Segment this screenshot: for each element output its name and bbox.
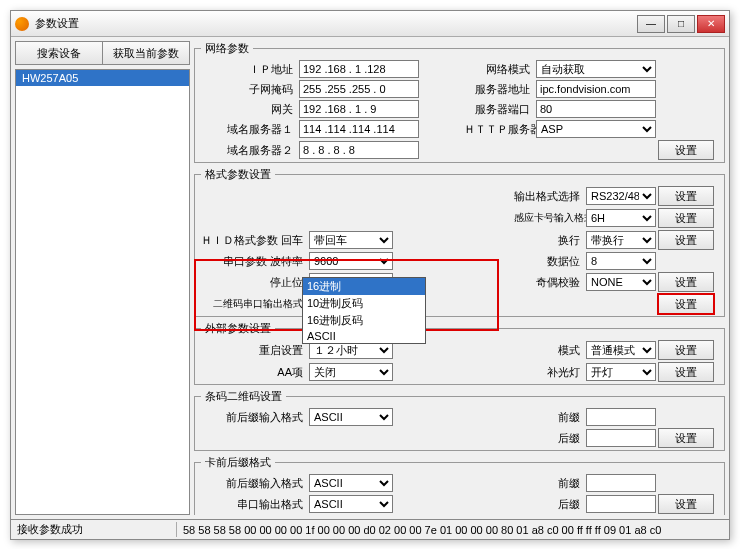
lbl-bc-suffix: 后缀: [514, 431, 584, 446]
select-parity[interactable]: NONE: [586, 273, 656, 291]
input-ip[interactable]: [299, 60, 419, 78]
input-gw[interactable]: [299, 100, 419, 118]
lbl-bc-prefix: 前缀: [514, 410, 584, 425]
minimize-button[interactable]: —: [637, 15, 665, 33]
select-outfmt[interactable]: RS232/485: [586, 187, 656, 205]
input-bc-prefix[interactable]: [586, 408, 656, 426]
btn-set-cardps[interactable]: 设置: [658, 494, 714, 514]
search-device-button[interactable]: 搜索设备: [16, 42, 103, 64]
dropdown-qr-output-open[interactable]: 16进制 10进制反码 16进制反码 ASCII: [302, 277, 426, 344]
legend-ext: 外部参数设置: [201, 321, 275, 336]
group-ext: 外部参数设置 重启设置 １２小时 模式 普通模式 设置 AA项 关闭 补光灯 开…: [194, 321, 725, 385]
lbl-dns1: 域名服务器１: [201, 122, 297, 137]
select-aa[interactable]: 关闭: [309, 363, 393, 381]
titlebar: 参数设置 — □ ✕: [11, 11, 729, 37]
select-cp-infmt[interactable]: ASCII: [309, 474, 393, 492]
close-button[interactable]: ✕: [697, 15, 725, 33]
input-port[interactable]: [536, 100, 656, 118]
select-wrap[interactable]: 带换行: [586, 231, 656, 249]
lbl-parity: 奇偶校验: [514, 275, 584, 290]
lbl-bc-prefmt: 前后缀输入格式: [201, 410, 307, 425]
select-cp-outfmt[interactable]: ASCII: [309, 495, 393, 513]
input-dns2[interactable]: [299, 141, 419, 159]
input-dns1[interactable]: [299, 120, 419, 138]
lbl-qrout: 二维码串口输出格式: [201, 297, 307, 311]
dropdown-option-2[interactable]: 16进制反码: [303, 312, 425, 329]
lbl-cp-outfmt: 串口输出格式: [201, 497, 307, 512]
select-cardfmt[interactable]: 6H: [586, 209, 656, 227]
device-list[interactable]: HW257A05: [15, 69, 190, 515]
dropdown-option-3[interactable]: ASCII: [303, 329, 425, 343]
lbl-stopbits: 停止位: [201, 275, 307, 290]
dropdown-option-1[interactable]: 10进制反码: [303, 295, 425, 312]
input-cp-prefix[interactable]: [586, 474, 656, 492]
select-httplang[interactable]: ASP: [536, 120, 656, 138]
btn-set-ext1[interactable]: 设置: [658, 340, 714, 360]
lbl-cp-suffix: 后缀: [514, 497, 584, 512]
select-bc-prefmt[interactable]: ASCII: [309, 408, 393, 426]
lbl-lamp: 补光灯: [514, 365, 584, 380]
btn-set-ext2[interactable]: 设置: [658, 362, 714, 382]
lbl-cp-infmt: 前后缀输入格式: [201, 476, 307, 491]
legend-cardps: 卡前后缀格式: [201, 455, 275, 470]
btn-set-qrout[interactable]: 设置: [658, 294, 714, 314]
btn-set-serial[interactable]: 设置: [658, 272, 714, 292]
select-databits[interactable]: 8: [586, 252, 656, 270]
group-cardps: 卡前后缀格式 前后缀输入格式 ASCII 前缀 串口输出格式 ASCII 后缀 …: [194, 455, 725, 515]
legend-barcode: 条码二维码设置: [201, 389, 286, 404]
window-buttons: — □ ✕: [637, 15, 725, 33]
window-title: 参数设置: [35, 16, 637, 31]
lbl-ip: ＩＰ地址: [201, 62, 297, 77]
lbl-outfmt: 输出格式选择: [514, 189, 584, 204]
select-baud[interactable]: 9600: [309, 252, 393, 270]
lbl-mask: 子网掩码: [201, 82, 297, 97]
input-server[interactable]: [536, 80, 656, 98]
lbl-aa: AA项: [201, 365, 307, 380]
lbl-httplang: ＨＴＴＰ服务器语言: [464, 122, 534, 137]
input-mask[interactable]: [299, 80, 419, 98]
select-lamp[interactable]: 开灯: [586, 363, 656, 381]
lbl-mode: 模式: [514, 343, 584, 358]
btn-set-outfmt[interactable]: 设置: [658, 186, 714, 206]
btn-set-barcode[interactable]: 设置: [658, 428, 714, 448]
lbl-port: 服务器端口: [464, 102, 534, 117]
app-icon: [15, 17, 29, 31]
get-params-button[interactable]: 获取当前参数: [103, 42, 189, 64]
lbl-cardfmt: 感应卡号输入格式: [514, 211, 584, 225]
lbl-databits: 数据位: [514, 254, 584, 269]
input-bc-suffix[interactable]: [586, 429, 656, 447]
lbl-netmode: 网络模式: [464, 62, 534, 77]
btn-set-hid[interactable]: 设置: [658, 230, 714, 250]
statusbar: 接收参数成功 58 58 58 58 00 00 00 00 1f 00 00 …: [11, 519, 729, 539]
lbl-hid: ＨＩＤ格式参数 回车: [201, 233, 307, 248]
status-text: 接收参数成功: [17, 522, 177, 537]
lbl-cp-prefix: 前缀: [514, 476, 584, 491]
input-cp-suffix[interactable]: [586, 495, 656, 513]
left-panel: 搜索设备 获取当前参数 HW257A05: [15, 41, 190, 515]
lbl-reboot: 重启设置: [201, 343, 307, 358]
status-hex: 58 58 58 58 00 00 00 00 1f 00 00 00 d0 0…: [177, 524, 723, 536]
select-mode[interactable]: 普通模式: [586, 341, 656, 359]
lbl-gw: 网关: [201, 102, 297, 117]
select-hid[interactable]: 带回车: [309, 231, 393, 249]
device-item-selected[interactable]: HW257A05: [16, 70, 189, 86]
lbl-dns2: 域名服务器２: [201, 143, 297, 158]
lbl-serial: 串口参数 波特率: [201, 254, 307, 269]
group-format: 格式参数设置 输出格式选择 RS232/485 设置 感应卡号输入格式 6H 设…: [194, 167, 725, 317]
lbl-wrap: 换行: [514, 233, 584, 248]
lbl-server: 服务器地址: [464, 82, 534, 97]
maximize-button[interactable]: □: [667, 15, 695, 33]
select-netmode[interactable]: 自动获取: [536, 60, 656, 78]
btn-set-cardfmt[interactable]: 设置: [658, 208, 714, 228]
legend-network: 网络参数: [201, 41, 253, 56]
dropdown-option-0[interactable]: 16进制: [303, 278, 425, 295]
btn-set-network[interactable]: 设置: [658, 140, 714, 160]
group-network: 网络参数 ＩＰ地址 网络模式 自动获取 子网掩码 服务器地址 网关: [194, 41, 725, 163]
legend-format: 格式参数设置: [201, 167, 275, 182]
group-barcode: 条码二维码设置 前后缀输入格式 ASCII 前缀 后缀 设置: [194, 389, 725, 451]
main-window: 参数设置 — □ ✕ 搜索设备 获取当前参数 HW257A05 网络参数 ＩＰ地…: [10, 10, 730, 540]
right-panel: 网络参数 ＩＰ地址 网络模式 自动获取 子网掩码 服务器地址 网关: [194, 41, 725, 515]
